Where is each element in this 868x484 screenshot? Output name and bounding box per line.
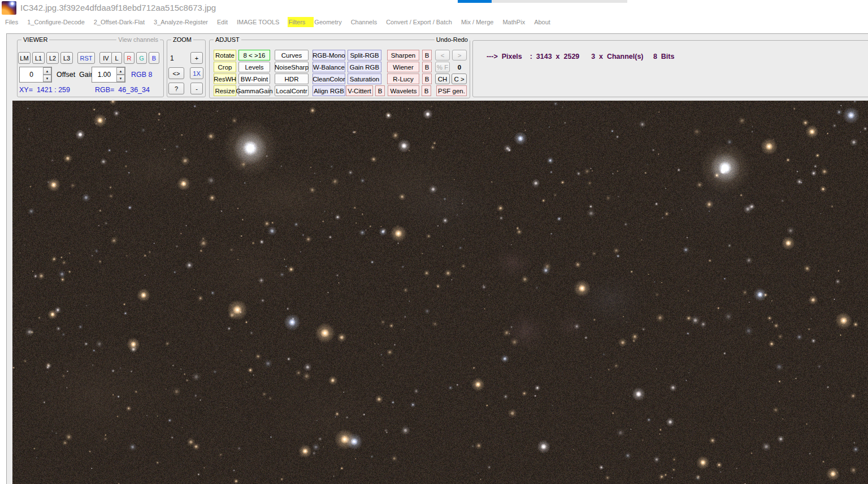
adjust-button-v-cittert[interactable]: V-Cittert	[346, 85, 373, 96]
adjust-button-item[interactable]: >	[452, 50, 467, 60]
offset-spinner[interactable]: 0 ▲ ▼	[19, 67, 52, 83]
zoom-out-button[interactable]: -	[190, 83, 203, 94]
adjust-button-rgb-mono[interactable]: RGB-Mono	[313, 50, 345, 60]
menu-item-image-tools[interactable]: IMAGE TOOLS	[236, 17, 280, 27]
viewer-title: VIEWER	[21, 36, 49, 43]
offset-spin-up[interactable]: ▲	[43, 67, 51, 75]
adjust-title: ADJUST	[214, 36, 241, 43]
adjust-button-rotate[interactable]: Rotate	[214, 50, 236, 60]
gain-spin-down[interactable]: ▼	[116, 75, 125, 82]
info-size: 3143 x 2529	[536, 53, 579, 60]
zoom-help-button[interactable]: ?	[168, 83, 184, 94]
adjust-button-r-lucy[interactable]: R-Lucy	[387, 74, 419, 84]
adjust-button-wiener[interactable]: Wiener	[387, 62, 419, 72]
app-icon	[2, 1, 16, 15]
gain-value[interactable]: 1.00	[92, 67, 116, 82]
adjust-button-reswh[interactable]: ResWH	[214, 74, 236, 84]
xy-readout: XY= 1421 : 259	[19, 86, 70, 94]
adjust-button-wavelets[interactable]: Wavelets	[388, 85, 419, 96]
adjust-button-bw-point[interactable]: BW-Point	[238, 74, 270, 84]
window-title: IC342.jpg.3f392e4dfdaa9f18ebd712aa515c86…	[20, 3, 216, 12]
menu-item-files[interactable]: Files	[5, 17, 19, 27]
menu-item-mathpix[interactable]: MathPix	[502, 17, 526, 27]
viewer-button-lm[interactable]: LM	[18, 52, 31, 64]
info-arrow: --->	[487, 53, 498, 60]
adjust-button-gain-rgb[interactable]: Gain RGB	[348, 62, 381, 72]
adjust-button-b[interactable]: B	[375, 85, 385, 96]
adjust-button-b[interactable]: B	[422, 74, 432, 84]
adjust-button-crop[interactable]: Crop	[214, 62, 236, 72]
adjust-button-saturation[interactable]: Saturation	[348, 74, 381, 84]
adjust-button-f[interactable]: % F	[435, 62, 450, 72]
menu-bar: Files1_Configure-Decode2_Offset-Dark-Fla…	[0, 16, 868, 28]
info-pixels-label: Pixels	[502, 53, 522, 60]
adjust-button-noisesharp[interactable]: NoiseSharp	[275, 62, 309, 72]
menu-item-channels[interactable]: Channels	[350, 17, 377, 27]
rgb-readout: RGB= 46_36_34	[95, 86, 150, 94]
info-bits: 8 Bits	[653, 53, 675, 60]
adjust-button-item[interactable]: <	[435, 50, 450, 60]
menu-item-1-configure-decode[interactable]: 1_Configure-Decode	[27, 17, 85, 27]
menu-item-about[interactable]: About	[533, 17, 551, 27]
offset-value[interactable]: 0	[20, 67, 43, 82]
adjust-button-levels[interactable]: Levels	[238, 62, 270, 72]
channel-button-l[interactable]: L	[111, 52, 122, 64]
offset-spin-down[interactable]: ▼	[43, 75, 51, 82]
menu-item-filters[interactable]: Filters	[288, 17, 314, 27]
adjust-button-split-rgb[interactable]: Split-RGB	[348, 50, 381, 60]
adjust-button-localcontr[interactable]: LocalContr	[275, 85, 309, 96]
adjust-button-psf-gen[interactable]: PSF gen.	[436, 85, 467, 96]
gain-spin-up[interactable]: ▲	[116, 67, 125, 75]
adjust-button-sharpen[interactable]: Sharpen	[387, 50, 419, 60]
image-info-line: ---> Pixels : 3143 x 2529 3 x Channel(s)…	[479, 45, 674, 68]
viewer-button-iv[interactable]: IV	[99, 52, 112, 64]
zoom-title: ZOOM	[171, 36, 193, 43]
adjust-button-ch[interactable]: CH	[435, 74, 450, 84]
info-groupbox: ---> Pixels : 3143 x 2529 3 x Channel(s)…	[472, 40, 868, 97]
zoom-fit-button[interactable]: <>	[168, 67, 184, 79]
zoom-level: 1	[170, 54, 174, 62]
channel-button-g[interactable]: G	[136, 52, 147, 64]
adjust-button-align-rgb[interactable]: Align RGB	[313, 85, 345, 96]
viewer-button-l3[interactable]: L3	[60, 52, 73, 64]
adjust-button-cleancolor[interactable]: CleanColor	[313, 74, 345, 84]
offset-gain-label: Offset Gain	[57, 71, 94, 79]
adjust-button-resize[interactable]: Resize	[214, 85, 236, 96]
adjust-button-b[interactable]: B	[422, 85, 431, 96]
view-channels-label: View channels	[116, 36, 160, 43]
channel-button-b[interactable]: B	[149, 52, 159, 64]
info-channels: 3 x Channel(s)	[591, 53, 643, 60]
adjust-button-b[interactable]: B	[422, 62, 432, 72]
gain-spinner[interactable]: 1.00 ▲ ▼	[92, 67, 125, 83]
adjust-button-b[interactable]: B	[422, 50, 432, 60]
adjust-button-hdr[interactable]: HDR	[275, 74, 309, 84]
channel-button-r[interactable]: R	[124, 52, 134, 64]
menu-item-geometry[interactable]: Geometry	[314, 17, 342, 27]
viewer-button-l2[interactable]: L2	[46, 52, 59, 64]
menu-item-convert-export-batch[interactable]: Convert / Export / Batch	[385, 17, 453, 27]
starfield-image[interactable]	[12, 101, 868, 484]
progress-bar	[458, 0, 627, 3]
menu-item-2-offset-dark-flat[interactable]: 2_Offset-Dark-Flat	[93, 17, 145, 27]
adjust-button-c[interactable]: C >	[452, 74, 467, 84]
menu-item-mix-merge[interactable]: Mix / Merge	[461, 17, 494, 27]
viewer-button-l1[interactable]: L1	[32, 52, 45, 64]
adjust-button-8-16[interactable]: 8 < >16	[238, 50, 270, 60]
adjust-button-w-balance[interactable]: W-Balance	[313, 62, 345, 72]
menu-item-edit[interactable]: Edit	[216, 17, 228, 27]
viewer-button-rst[interactable]: RST	[77, 52, 95, 64]
menu-item-3-analyze-register[interactable]: 3_Analyze-Register	[153, 17, 209, 27]
adjust-button-gammagain[interactable]: GammaGain	[238, 85, 270, 96]
progress-bar-fill	[458, 0, 492, 3]
undo-redo-label: Undo-Redo	[435, 36, 470, 43]
zoom-1x-button[interactable]: 1X	[190, 67, 203, 79]
adjust-value-0: 0	[454, 62, 465, 72]
adjust-button-curves[interactable]: Curves	[275, 50, 309, 60]
title-bar: IC342.jpg.3f392e4dfdaa9f18ebd712aa515c86…	[0, 0, 868, 16]
zoom-in-button[interactable]: +	[190, 52, 203, 64]
rgb-mode-label: RGB 8	[131, 71, 153, 79]
